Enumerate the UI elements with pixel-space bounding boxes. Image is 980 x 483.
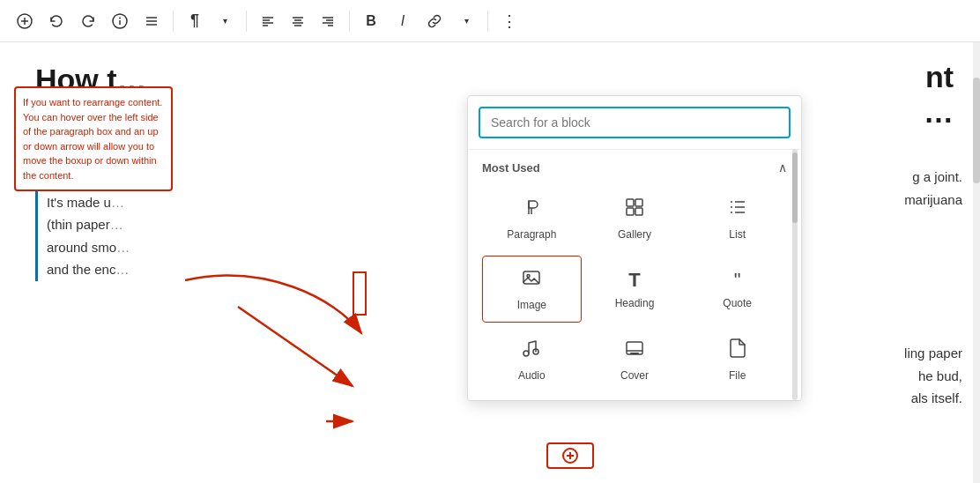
block-picker-scrollbar[interactable] [792,149,798,400]
block-item-heading[interactable]: T Heading [585,256,685,323]
add-block-bottom-button[interactable] [546,442,594,469]
link-dropdown-button[interactable]: ▾ [452,7,480,35]
heading-label: Heading [615,297,655,309]
chevron-up-icon[interactable]: ∧ [778,160,787,175]
separator-3 [349,11,350,32]
list-view-button[interactable] [137,7,166,35]
block-item-cover[interactable]: Cover [585,326,685,393]
more-options-button[interactable]: ⋮ [495,7,523,35]
list-icon [727,197,748,223]
svg-rect-24 [627,199,634,206]
block-item-image[interactable]: Image [482,256,582,323]
block-item-paragraph[interactable]: Paragraph [482,185,582,252]
paragraph-tool-group: ¶ ▾ [181,7,239,35]
separator-4 [487,11,488,32]
bold-button[interactable]: B [357,7,385,35]
editor-scrollbar[interactable] [973,42,980,483]
undo-button[interactable] [42,7,71,35]
right-heading-text: nt [925,60,954,94]
audio-label: Audio [518,369,546,382]
paragraph-drag-handle[interactable] [353,271,367,316]
right-para-text: g a joint.marijuana [904,166,962,234]
paragraph-dropdown-button[interactable]: ▾ [211,7,239,35]
paragraph-style-button[interactable]: ¶ [181,7,209,35]
scrollbar-thumb [792,152,798,223]
redo-button[interactable] [74,7,102,35]
svg-rect-26 [627,208,634,215]
image-icon [521,267,542,294]
add-block-button-container [546,442,594,469]
block-item-list[interactable]: List [687,185,787,252]
block-picker-most-used: Most Used ∧ Paragraph Gallery [468,150,801,400]
svg-rect-25 [635,199,642,206]
align-center-button[interactable] [284,7,312,35]
svg-point-36 [523,351,529,356]
add-block-button[interactable] [11,7,39,35]
separator-1 [173,11,174,32]
block-search-input[interactable] [479,107,791,138]
paragraph-icon [521,197,542,223]
svg-rect-40 [630,353,639,354]
separator-2 [246,11,247,32]
italic-button[interactable]: I [389,7,417,35]
editor-area: How t… One of the c… The joint is… by in… [0,42,980,483]
cover-label: Cover [620,369,649,382]
cover-icon [624,338,645,364]
annotation-box: If you want to rearrange content. You ca… [14,86,173,191]
right-heading-line2: … [924,95,954,130]
section-header: Most Used ∧ [482,160,787,175]
list-label: List [729,228,746,241]
block-item-gallery[interactable]: Gallery [585,185,685,252]
svg-rect-38 [627,342,642,354]
block-picker-popup: Most Used ∧ Paragraph Gallery [467,95,802,401]
right-block-text: ling paperhe bud,als itself. [904,342,962,410]
audio-icon [521,338,542,364]
paragraph-label: Paragraph [507,228,556,241]
align-left-button[interactable] [254,7,282,35]
gallery-icon [624,197,645,223]
align-right-button[interactable] [314,7,342,35]
section-title: Most Used [482,161,540,175]
link-button[interactable] [420,7,449,35]
heading-icon: T [628,269,640,292]
block-item-quote[interactable]: " Quote [687,256,787,323]
block-item-audio[interactable]: Audio [482,326,582,393]
svg-point-35 [527,275,530,278]
block-item-file[interactable]: File [687,326,787,393]
gallery-label: Gallery [618,228,651,241]
info-button[interactable] [106,7,134,35]
svg-rect-27 [635,208,642,215]
quote-icon: " [734,269,741,292]
block-picker-search-container [468,96,801,150]
align-group [254,7,342,35]
svg-point-5 [119,17,121,19]
image-label: Image [517,299,546,311]
file-label: File [729,369,746,382]
toolbar: ¶ ▾ B I ▾ ⋮ [0,0,980,42]
file-icon [727,338,748,364]
quote-label: Quote [723,297,752,309]
block-grid: Paragraph Gallery List [482,185,787,400]
scrollbar-thumb [973,78,980,183]
